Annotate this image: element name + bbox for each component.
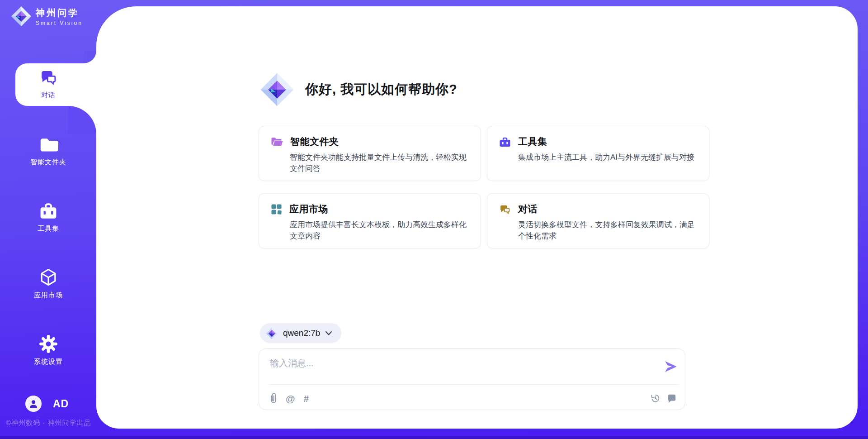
diamond-logo-icon — [11, 6, 32, 27]
attach-file-button[interactable] — [270, 392, 277, 404]
sidebar-item-label: 智能文件夹 — [30, 158, 66, 167]
user-account[interactable]: AD — [25, 396, 69, 412]
model-name: qwen2:7b — [283, 328, 320, 338]
grid-icon — [271, 204, 282, 215]
card-title: 智能文件夹 — [290, 135, 339, 148]
sidebar-item-smart-folder[interactable]: 智能文件夹 — [15, 136, 81, 167]
greeting-text: 你好, 我可以如何帮助你? — [305, 81, 458, 99]
brand-name: 神州问学 — [36, 7, 83, 19]
card-app-market[interactable]: 应用市场 应用市场提供丰富长文本模板，助力高效生成多样化文章内容 — [259, 193, 481, 248]
send-icon — [663, 360, 678, 373]
sidebar-item-label: 应用市场 — [34, 291, 63, 300]
card-description: 集成市场上主流工具，助力AI与外界无缝扩展与对接 — [518, 152, 697, 163]
chat-icon — [499, 204, 511, 215]
comment-icon — [667, 393, 677, 403]
tab-fillet-top — [84, 51, 96, 63]
diamond-logo-icon — [260, 72, 294, 107]
toolbox-icon — [39, 202, 58, 220]
tab-fillet-bottom — [68, 106, 96, 134]
card-description: 智能文件夹功能支持批量文件上传与清洗，轻松实现文件问答 — [290, 152, 469, 174]
card-description: 灵活切换多模型文件，支持多样回复效果调试，满足个性化需求 — [518, 219, 697, 242]
cube-icon — [39, 268, 58, 287]
history-button[interactable] — [650, 393, 660, 403]
card-title: 应用市场 — [289, 203, 328, 215]
topic-button[interactable]: # — [303, 394, 309, 403]
chat-icon — [39, 68, 58, 87]
sidebar-item-chat[interactable]: 对话 — [15, 68, 81, 100]
history-icon — [650, 393, 660, 403]
folder-open-icon — [271, 136, 283, 147]
card-title: 对话 — [518, 203, 538, 215]
sidebar-item-label: 工具集 — [38, 224, 59, 233]
sidebar-item-label: 系统设置 — [34, 358, 63, 366]
card-chat[interactable]: 对话 灵活切换多模型文件，支持多样回复效果调试，满足个性化需求 — [487, 193, 709, 248]
gear-icon — [39, 334, 58, 353]
briefcase-icon — [499, 136, 511, 148]
brand-subtitle: Smart Vision — [36, 20, 83, 26]
card-smart-folder[interactable]: 智能文件夹 智能文件夹功能支持批量文件上传与清洗，轻松实现文件问答 — [259, 126, 481, 181]
card-toolset[interactable]: 工具集 集成市场上主流工具，助力AI与外界无缝扩展与对接 — [487, 126, 709, 181]
bottom-scrollbar[interactable] — [0, 436, 868, 439]
composer-toolbar: @ # — [270, 390, 677, 407]
feature-cards: 智能文件夹 智能文件夹功能支持批量文件上传与清洗，轻松实现文件问答 工具集 集成… — [259, 126, 687, 248]
folder-icon — [38, 136, 58, 154]
paperclip-icon — [270, 392, 277, 404]
person-icon — [28, 398, 39, 409]
message-input[interactable] — [270, 357, 641, 369]
chevron-down-icon — [325, 331, 332, 336]
send-button[interactable] — [663, 360, 678, 373]
diamond-logo-icon — [266, 327, 278, 339]
user-initials: AD — [53, 398, 69, 410]
card-title: 工具集 — [518, 135, 547, 148]
composer-divider — [269, 384, 679, 385]
new-chat-button[interactable] — [667, 393, 677, 403]
message-composer: @ # — [259, 348, 685, 410]
sidebar-item-label: 对话 — [41, 91, 56, 100]
mention-button[interactable]: @ — [286, 394, 295, 403]
card-description: 应用市场提供丰富长文本模板，助力高效生成多样化文章内容 — [290, 219, 469, 242]
app-window: 神州问学 Smart Vision 对话 智能文件夹 工具集 — [0, 0, 868, 439]
footer-credit: ©神州数码 · 神州问学出品 — [6, 419, 91, 427]
brand-logo: 神州问学 Smart Vision — [11, 6, 83, 27]
model-selector[interactable]: qwen2:7b — [260, 323, 341, 343]
greeting-block: 你好, 我可以如何帮助你? — [260, 72, 458, 107]
sidebar-item-app-market[interactable]: 应用市场 — [15, 268, 81, 300]
sidebar-item-settings[interactable]: 系统设置 — [15, 334, 81, 366]
avatar — [25, 396, 42, 412]
sidebar-item-toolset[interactable]: 工具集 — [15, 202, 81, 233]
